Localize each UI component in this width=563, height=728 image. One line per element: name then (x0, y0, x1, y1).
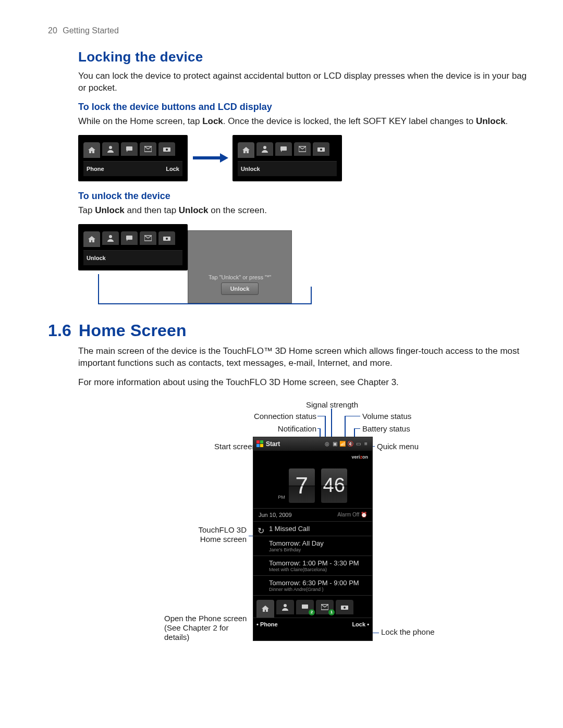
callout-battery: Battery status (362, 424, 410, 433)
sms-badge: 2 (309, 609, 315, 615)
sms-icon: 2 (296, 600, 314, 614)
document-page: 20 Getting Started Locking the device Yo… (0, 0, 563, 728)
phone-screenshot: Start ◎ ▣ 📶 🔇 ▭ ≡ verizon PM (253, 437, 373, 641)
row-subtitle: Dinner with Andre(Grand ) (269, 587, 367, 592)
svg-rect-8 (280, 146, 287, 151)
unlock-screenshots: Unlock Tap "Unlock" or press "*" Unlock (78, 224, 292, 307)
svg-marker-6 (220, 153, 228, 163)
svg-rect-17 (256, 440, 260, 443)
tab-strip (83, 231, 182, 247)
callout-touchflo: TouchFLO 3D Home screen (194, 525, 247, 544)
leader-line (345, 416, 360, 417)
softkey-unlock: Unlock (241, 166, 260, 172)
svg-point-11 (320, 149, 322, 151)
callout-lock-phone: Lock the phone (381, 627, 435, 636)
camera-icon (336, 600, 353, 614)
lockscreen-unlock-button: Unlock (221, 282, 259, 295)
callout-signal: Signal strength (306, 400, 358, 409)
svg-rect-13 (126, 236, 132, 240)
text: TouchFLO 3D Home screen (198, 525, 247, 544)
lockscreen-hint: Tap "Unlock" or press "*" (188, 274, 292, 280)
text: Lock (352, 621, 365, 627)
clock-hour: 7 (288, 468, 315, 503)
mail-badge: 1 (328, 609, 335, 615)
chapter-name: Getting Started (63, 26, 119, 35)
camera-icon (158, 142, 175, 156)
text: While on the Home screen, tap (78, 116, 202, 126)
flip-clock: PM 7 46 (253, 463, 372, 508)
svg-rect-18 (260, 440, 263, 443)
softkey-bar: Phone Lock (83, 161, 182, 176)
sms-icon (121, 231, 138, 245)
carrier-row: verizon (253, 451, 372, 463)
bold-unlock: Unlock (95, 205, 125, 215)
softkey-bar: Unlock (238, 161, 337, 176)
softkey-bar: Unlock (83, 250, 182, 265)
sms-icon (121, 142, 138, 156)
section-number: 1.6 (48, 321, 71, 340)
mail-icon (294, 142, 311, 156)
date-label: Jun 10, 2009 (259, 512, 292, 518)
heading-locking: Locking the device (78, 49, 532, 65)
lock-instruction: While on the Home screen, tap Lock. Once… (78, 116, 532, 128)
subheading-lock: To lock the device buttons and LCD displ… (78, 102, 532, 113)
svg-point-21 (284, 604, 287, 607)
svg-rect-22 (302, 604, 308, 609)
leader-line (317, 416, 325, 417)
softkey-lock: Lock (166, 166, 179, 172)
connector-line (98, 303, 312, 304)
connection-icon: ▣ (332, 441, 338, 447)
screenshot-taskbar-unlock: Unlock (78, 224, 188, 270)
svg-point-7 (263, 146, 266, 149)
person-icon (102, 142, 119, 156)
arrow-right-icon (192, 152, 228, 164)
row-title: Tomorrow: All Day (269, 539, 367, 547)
home-p2: For more information about using the Tou… (78, 377, 532, 389)
mail-icon (140, 231, 156, 245)
running-header: 20 Getting Started (48, 26, 532, 35)
svg-rect-20 (260, 444, 263, 447)
windows-flag-icon (256, 440, 264, 448)
leader-line (354, 428, 360, 429)
title-bar: Start ◎ ▣ 📶 🔇 ▭ ≡ (253, 437, 372, 451)
leader-line (331, 409, 332, 441)
signal-icon: 📶 (339, 441, 346, 447)
subheading-unlock: To unlock the device (78, 191, 532, 202)
svg-point-16 (166, 238, 168, 240)
home-p1: The main screen of the device is the Tou… (78, 346, 532, 369)
callout-notification: Notification (258, 424, 316, 433)
text: Open the Phone screen (See Chapter 2 for… (164, 614, 247, 641)
text: . Once the device is locked, the left SO… (223, 116, 476, 126)
screenshot-lockscreen: Tap "Unlock" or press "*" Unlock (188, 230, 292, 303)
list-item: Tomorrow: All Day Jane's Birthday (253, 536, 372, 556)
screenshot-before-lock: Phone Lock (78, 135, 188, 181)
unlock-instruction: Tap Unlock and then tap Unlock on the sc… (78, 205, 532, 217)
softkey-bar: • Phone Lock • (253, 618, 372, 631)
text: Tap (78, 205, 95, 215)
home-icon (83, 142, 100, 158)
text: on (362, 454, 368, 460)
list-item: Tomorrow: 1:00 PM - 3:30 PM Meet with Cl… (253, 556, 372, 576)
callout-volume: Volume status (362, 412, 411, 421)
text: on the screen. (209, 205, 267, 215)
row-title: 1 Missed Call (269, 525, 367, 533)
list-item: ↻ 1 Missed Call (253, 522, 372, 536)
home-icon (83, 231, 100, 247)
alarm-label: Alarm Off ⏰ (337, 512, 367, 517)
bold-lock: Lock (202, 116, 223, 126)
tab-strip (238, 142, 337, 158)
start-label: Start (266, 440, 280, 448)
softkey-unlock: Unlock (87, 255, 106, 261)
missed-call-icon: ↻ (258, 526, 265, 533)
connector-line (98, 274, 99, 304)
clock-minute: 46 (321, 468, 348, 503)
carrier-label: verizon (351, 454, 368, 460)
svg-point-4 (166, 149, 168, 151)
pm-label: PM (278, 495, 285, 500)
callout-quickmenu: Quick menu (377, 442, 419, 451)
softkey-phone: • Phone (256, 621, 278, 627)
callout-start: Start screen (214, 442, 256, 451)
svg-point-0 (109, 146, 112, 149)
heading-home-screen: 1.6Home Screen (48, 321, 532, 340)
callout-connection: Connection status (243, 412, 316, 421)
